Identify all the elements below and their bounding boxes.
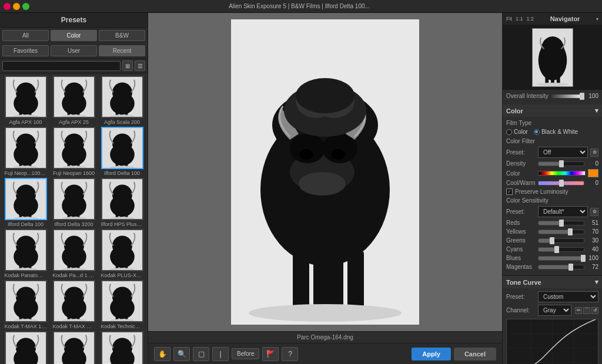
preset-item-0[interactable]: Agfa APX 100	[2, 76, 49, 125]
main-image-container	[231, 19, 419, 325]
tc-curve-btn[interactable]: ⌒	[583, 307, 590, 314]
color-swatch[interactable]	[588, 169, 598, 177]
magentas-slider[interactable]	[538, 265, 584, 269]
list-view-button[interactable]: ☰	[135, 60, 145, 71]
preset-thumb-4	[53, 127, 95, 169]
preset-thumb-1	[53, 76, 95, 118]
tab-bw[interactable]: B&W	[99, 30, 145, 41]
preset-item-9[interactable]: Kodak Panatomic-X	[2, 229, 49, 278]
tone-curve-collapse-arrow[interactable]: ▾	[595, 278, 598, 286]
help-button[interactable]: ?	[282, 347, 298, 361]
subtab-recent[interactable]: Recent	[99, 45, 145, 56]
tone-curve-display[interactable]	[506, 319, 598, 364]
grid-view-button[interactable]: ⊞	[122, 60, 133, 71]
greens-slider[interactable]	[538, 238, 584, 243]
preset-item-15[interactable]: Preset 16	[2, 331, 49, 364]
cs-preset-label: Preset:	[506, 208, 536, 215]
search-input[interactable]	[2, 61, 121, 71]
preset-label-11: Kodak PLUS-X 125	[101, 272, 143, 278]
zoom-tool[interactable]: 🔍	[173, 347, 190, 361]
close-button[interactable]	[4, 3, 11, 10]
preset-item-17[interactable]: Preset 18	[99, 331, 145, 364]
maximize-button[interactable]	[22, 3, 29, 10]
yellows-slider[interactable]	[538, 230, 584, 234]
svg-point-37	[112, 133, 132, 153]
tab-all[interactable]: All	[2, 30, 49, 41]
preset-item-6[interactable]: Ilford Delta 100	[2, 178, 49, 227]
subtab-user[interactable]: User	[51, 45, 97, 56]
preset-item-3[interactable]: Fuji Neop...100 Acros	[2, 127, 49, 176]
filter-tabs: All Color B&W	[0, 28, 148, 43]
tc-reset-btn[interactable]: ↺	[591, 307, 598, 314]
film-type-label: Film Type	[506, 120, 536, 126]
preset-label-12: Kodak T-MAX 100	[5, 323, 47, 329]
tc-preset-select[interactable]: Custom	[538, 291, 598, 302]
svg-point-79	[112, 235, 132, 255]
cs-label: Color Sensitivity	[506, 197, 549, 204]
zoom2-label: 1:2	[527, 16, 534, 22]
preset-item-10[interactable]: Kodak Pa...d 1 Stop	[51, 229, 97, 278]
cf-preset-select[interactable]: Off	[538, 147, 588, 158]
density-slider[interactable]	[538, 161, 584, 166]
tc-tools: ✏ ⌒ ↺	[575, 307, 598, 314]
svg-point-9	[64, 82, 84, 102]
tc-pencil-btn[interactable]: ✏	[575, 307, 582, 314]
preset-item-12[interactable]: Kodak T-MAX 100	[2, 280, 49, 329]
preserve-luminosity-checkbox[interactable]	[506, 188, 513, 195]
preset-item-13[interactable]: Kodak T-MAX P3200	[51, 280, 97, 329]
preset-item-8[interactable]: Ilford HPS Plus 400	[99, 178, 145, 227]
before-button[interactable]: Before	[232, 348, 259, 359]
preset-item-14[interactable]: Kodak Technical Pan	[99, 280, 145, 329]
window-controls[interactable]	[4, 3, 29, 10]
color-gradient[interactable]	[538, 171, 586, 176]
rect-tool[interactable]: ▢	[193, 347, 209, 361]
overall-intensity-slider[interactable]	[551, 95, 584, 98]
preset-item-4[interactable]: Fuji Neopan 1600	[51, 127, 97, 176]
color-collapse-arrow[interactable]: ▾	[595, 107, 598, 114]
search-bar: ⊞ ☰	[0, 59, 148, 73]
preset-label-7: Ilford Delta 3200	[53, 221, 95, 227]
preset-item-7[interactable]: Ilford Delta 3200	[51, 178, 97, 227]
hand-tool[interactable]: ✋	[154, 347, 170, 361]
color-section-header[interactable]: Color ▾	[503, 105, 602, 117]
radio-color[interactable]: Color	[506, 129, 528, 135]
svg-point-69	[14, 268, 38, 271]
reds-slider[interactable]	[538, 221, 584, 225]
preset-item-1[interactable]: Agfa APX 25	[51, 76, 97, 125]
cyans-row: Cyans 40	[506, 246, 598, 252]
tab-color[interactable]: Color	[51, 30, 97, 41]
apply-button[interactable]: Apply	[412, 348, 451, 360]
svg-point-2	[16, 82, 36, 102]
svg-point-76	[62, 268, 86, 271]
preset-item-11[interactable]: Kodak PLUS-X 125	[99, 229, 145, 278]
subtab-favorites[interactable]: Favorites	[2, 45, 49, 56]
tc-channel-select[interactable]: Gray	[538, 305, 571, 316]
cf-options-btn[interactable]: ⚙	[590, 149, 598, 157]
preset-label-4: Fuji Neopan 1600	[53, 170, 95, 176]
radio-color-dot[interactable]	[506, 129, 512, 135]
preset-thumb-6	[5, 178, 47, 220]
radio-bw-dot[interactable]	[534, 129, 540, 135]
blues-label: Blues	[506, 255, 536, 261]
cs-options-btn[interactable]: ⚙	[590, 208, 598, 216]
navigator-collapse[interactable]: ▾	[596, 16, 598, 22]
flag-tool[interactable]: 🚩	[262, 347, 279, 361]
cool-warm-slider[interactable]	[538, 181, 584, 186]
preset-item-5[interactable]: Ilford Delta 100	[99, 127, 145, 176]
color-section-title: Color	[506, 107, 523, 114]
preset-label-9: Kodak Panatomic-X	[5, 272, 47, 278]
greens-label: Greens	[506, 237, 536, 244]
right-tools: Apply Cancel	[412, 348, 496, 360]
minimize-button[interactable]	[13, 3, 20, 10]
cs-preset-select[interactable]: Default*	[538, 206, 588, 217]
main-image-display	[231, 19, 419, 325]
preset-item-16[interactable]: Preset 17	[51, 331, 97, 364]
blues-slider[interactable]	[538, 256, 584, 261]
radio-bw[interactable]: Black & White	[534, 129, 578, 135]
svg-rect-134	[328, 254, 343, 310]
cancel-button[interactable]: Cancel	[454, 348, 496, 360]
preset-item-2[interactable]: Agfa Scala 200	[99, 76, 145, 125]
tone-curve-header[interactable]: Tone Curve ▾	[503, 276, 602, 288]
cyans-slider[interactable]	[538, 247, 584, 252]
reds-label: Reds	[506, 220, 536, 226]
